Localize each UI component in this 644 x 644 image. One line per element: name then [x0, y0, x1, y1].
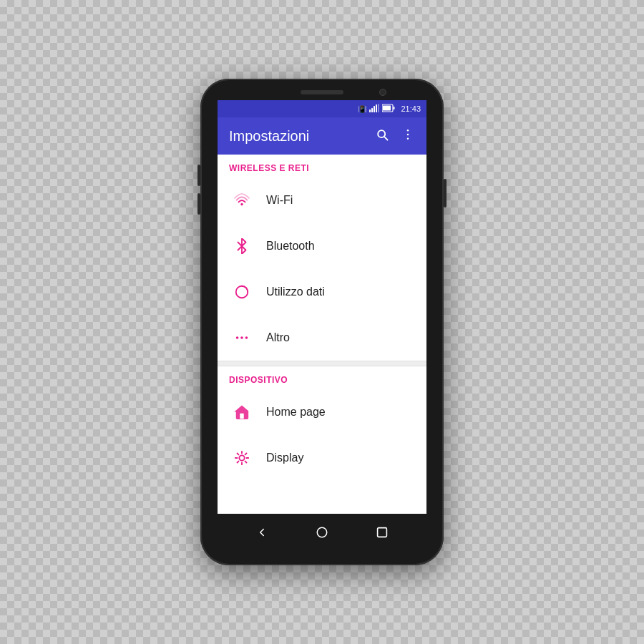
bluetooth-setting-item[interactable]: Bluetooth	[218, 223, 426, 269]
svg-rect-0	[369, 109, 371, 112]
display-icon	[229, 445, 255, 471]
home-nav-button[interactable]	[309, 519, 335, 545]
signal-icon	[369, 104, 379, 114]
search-button[interactable]	[375, 127, 389, 145]
svg-line-25	[245, 454, 247, 455]
overflow-menu-button[interactable]	[401, 127, 415, 145]
svg-rect-6	[383, 106, 391, 111]
app-title: Impostazioni	[229, 128, 309, 145]
data-usage-icon	[229, 279, 255, 305]
svg-line-24	[238, 462, 239, 463]
altro-setting-item[interactable]: Altro	[218, 315, 426, 361]
app-bar-actions	[375, 127, 415, 145]
status-bar: 📳 21:43	[218, 100, 426, 117]
more-dots-icon	[229, 325, 255, 351]
data-usage-label: Utilizzo dati	[266, 286, 325, 298]
speaker-grille	[301, 90, 343, 94]
svg-rect-7	[394, 107, 395, 109]
svg-rect-2	[374, 106, 375, 112]
svg-point-26	[317, 527, 327, 537]
svg-rect-27	[378, 528, 387, 537]
front-camera	[379, 89, 386, 96]
svg-rect-16	[240, 414, 244, 419]
bluetooth-label: Bluetooth	[266, 240, 315, 253]
svg-point-10	[407, 137, 409, 140]
navigation-bar	[218, 514, 426, 551]
recents-button[interactable]	[369, 519, 395, 545]
svg-rect-1	[371, 108, 373, 112]
back-button[interactable]	[249, 519, 275, 545]
svg-point-9	[407, 133, 409, 135]
svg-point-13	[236, 336, 239, 339]
bluetooth-icon	[229, 233, 255, 259]
altro-label: Altro	[266, 331, 290, 344]
section-divider	[218, 361, 426, 366]
svg-line-22	[238, 454, 239, 455]
volume-up-button[interactable]	[197, 165, 200, 186]
wifi-setting-item[interactable]: Wi-Fi	[218, 177, 426, 223]
svg-point-11	[240, 203, 243, 205]
data-usage-setting-item[interactable]: Utilizzo dati	[218, 269, 426, 315]
phone-device: 📳 21:43 Impostazion	[200, 79, 444, 565]
svg-rect-3	[376, 104, 377, 112]
homepage-label: Home page	[266, 406, 326, 419]
svg-point-15	[245, 336, 248, 339]
wifi-icon	[229, 187, 255, 213]
vibrate-icon: 📳	[358, 105, 366, 113]
svg-line-23	[245, 462, 247, 463]
phone-screen: 📳 21:43 Impostazion	[218, 100, 426, 551]
display-setting-item[interactable]: Display	[218, 435, 426, 481]
power-button[interactable]	[444, 179, 447, 208]
svg-point-14	[240, 336, 243, 339]
volume-down-button[interactable]	[197, 193, 200, 215]
display-label: Display	[266, 452, 303, 464]
device-section-header: DISPOSITIVO	[218, 366, 426, 389]
home-icon	[229, 399, 255, 425]
wifi-label: Wi-Fi	[266, 194, 293, 207]
wireless-section-header: WIRELESS E RETI	[218, 155, 426, 177]
battery-icon	[382, 104, 395, 114]
settings-list: WIRELESS E RETI Wi-Fi	[218, 155, 426, 514]
status-time: 21:43	[401, 104, 421, 113]
app-bar: Impostazioni	[218, 117, 426, 155]
svg-point-8	[407, 129, 409, 131]
svg-point-17	[239, 455, 244, 460]
homepage-setting-item[interactable]: Home page	[218, 389, 426, 435]
svg-rect-4	[378, 104, 379, 112]
